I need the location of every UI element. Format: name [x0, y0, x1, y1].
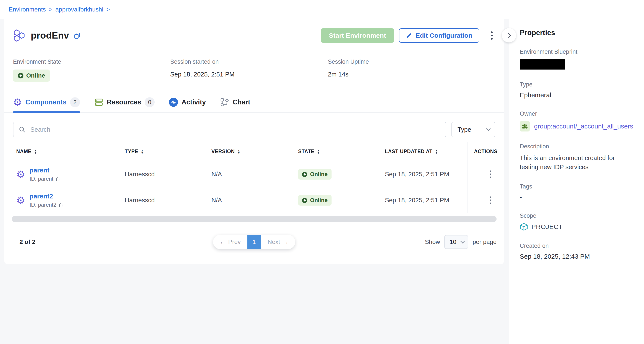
- horizontal-scrollbar: [4, 213, 504, 224]
- component-state-badge: Online: [298, 195, 332, 206]
- blueprint-redacted-value: [520, 59, 565, 69]
- tab-resources[interactable]: Resources 0: [94, 92, 155, 112]
- owner-group-icon: [520, 121, 530, 131]
- page-size-value: 10: [450, 239, 456, 245]
- online-status-icon: [302, 198, 307, 203]
- column-header-type-label: TYPE: [125, 149, 138, 154]
- column-header-actions: ACTIONS: [467, 142, 504, 161]
- copy-environment-name-button[interactable]: [74, 32, 81, 39]
- component-gear-icon: ⚙: [16, 195, 25, 205]
- component-state-badge: Online: [298, 169, 332, 180]
- horizontal-scrollbar-thumb[interactable]: [12, 216, 496, 222]
- created-on-label: Created on: [520, 243, 633, 249]
- breadcrumb-separator-icon: >: [106, 6, 110, 13]
- tab-chart-label: Chart: [233, 98, 250, 106]
- component-version: N/A: [205, 187, 292, 213]
- tab-activity-label: Activity: [182, 98, 206, 106]
- sort-icon: ▲▼: [317, 149, 320, 154]
- tags-value: -: [520, 193, 633, 201]
- pager: ← Prev 1 Next →: [213, 235, 295, 249]
- column-header-actions-label: ACTIONS: [474, 149, 498, 154]
- properties-title: Properties: [520, 28, 633, 37]
- per-page-label: per page: [472, 239, 496, 245]
- prev-page-button[interactable]: ← Prev: [213, 235, 247, 249]
- component-name-link[interactable]: parent: [30, 167, 50, 174]
- breadcrumb-link-environments[interactable]: Environments: [9, 6, 46, 13]
- environment-more-options-button[interactable]: [488, 29, 495, 42]
- page-number-button[interactable]: 1: [247, 235, 261, 249]
- pagination-bar: 2 of 2 ← Prev 1 Next → Show 10 per page: [4, 224, 504, 264]
- environment-hexagon-icon: [13, 29, 26, 42]
- owner-label: Owner: [520, 110, 633, 117]
- edit-configuration-button[interactable]: Edit Configuration: [399, 28, 479, 43]
- arrow-right-icon: →: [283, 239, 289, 245]
- blueprint-label: Environment Blueprint: [520, 48, 633, 55]
- copy-id-icon[interactable]: [58, 202, 64, 208]
- tab-resources-count-badge: 0: [145, 97, 154, 107]
- type-label: Type: [520, 81, 633, 88]
- page-size-dropdown[interactable]: 10: [444, 235, 468, 249]
- prev-page-label: Prev: [228, 239, 241, 245]
- component-state-value: Online: [310, 197, 328, 204]
- column-header-state[interactable]: STATE ▲▼: [292, 142, 378, 161]
- arrow-left-icon: ←: [220, 239, 226, 245]
- owner-group-link[interactable]: group:account/_account_all_users: [534, 123, 633, 130]
- component-gear-icon: ⚙: [16, 169, 25, 179]
- component-name-link[interactable]: parent2: [30, 193, 53, 200]
- component-last-updated: Sep 18, 2025, 2:51 PM: [378, 161, 467, 187]
- row-actions-menu-button[interactable]: [487, 168, 494, 181]
- environment-header: prodEnv Start Environment Edit Configura…: [4, 19, 504, 52]
- search-input[interactable]: [13, 122, 446, 137]
- edit-configuration-label: Edit Configuration: [416, 32, 472, 39]
- column-header-version-label: VERSION: [212, 149, 235, 154]
- scope-value: PROJECT: [532, 223, 563, 231]
- type-filter-dropdown[interactable]: Type: [452, 122, 495, 137]
- component-type: Harnesscd: [118, 187, 205, 213]
- session-started-label: Session started on: [170, 58, 328, 65]
- tab-components-count-badge: 2: [70, 97, 80, 107]
- components-table-header: NAME ▲▼ TYPE ▲▼ VERSION ▲▼ STATE ▲▼ LAST…: [4, 142, 504, 161]
- show-label: Show: [425, 239, 440, 245]
- page-title: prodEnv: [31, 30, 69, 41]
- column-header-name-label: NAME: [16, 149, 32, 154]
- tags-label: Tags: [520, 183, 633, 190]
- activity-pulse-icon: [169, 98, 178, 107]
- environment-detail-card: prodEnv Start Environment Edit Configura…: [4, 19, 504, 264]
- type-value: Ephemeral: [520, 91, 633, 99]
- type-filter-label: Type: [458, 126, 471, 133]
- row-actions-menu-button[interactable]: [487, 194, 494, 207]
- next-page-button[interactable]: Next →: [261, 235, 295, 249]
- table-row: ⚙ parent2 ID: parent2 Harnesscd N/A Onli…: [4, 187, 504, 213]
- column-header-name[interactable]: NAME ▲▼: [4, 142, 118, 161]
- tab-components-label: Components: [25, 98, 66, 106]
- sort-icon: ▲▼: [435, 149, 438, 154]
- tab-chart[interactable]: Chart: [220, 92, 250, 112]
- search-icon: [19, 126, 26, 133]
- column-header-state-label: STATE: [298, 149, 314, 154]
- component-version: N/A: [205, 161, 292, 187]
- collapse-panel-button[interactable]: [502, 28, 516, 42]
- tab-resources-label: Resources: [107, 98, 142, 106]
- start-environment-button[interactable]: Start Environment: [321, 28, 394, 43]
- component-last-updated: Sep 18, 2025, 2:51 PM: [378, 187, 467, 213]
- environment-state-value: Online: [26, 72, 45, 79]
- created-on-value: Sep 18, 2025, 12:43 PM: [520, 253, 633, 260]
- breadcrumb-link-environment[interactable]: approvalforkhushi: [56, 6, 104, 13]
- copy-icon: [74, 32, 81, 39]
- description-value: This is an environment created for testi…: [520, 153, 633, 172]
- table-row: ⚙ parent ID: parent Harnesscd N/A Online…: [4, 161, 504, 187]
- components-gear-icon: ⚙: [13, 97, 22, 107]
- component-state-value: Online: [310, 171, 328, 178]
- copy-id-icon[interactable]: [56, 176, 61, 182]
- chevron-right-icon: [506, 33, 511, 38]
- tab-bar: ⚙ Components 2 Resources 0 Activity: [4, 92, 504, 113]
- tab-activity[interactable]: Activity: [169, 92, 206, 112]
- online-status-icon: [18, 73, 24, 78]
- component-id: ID: parent: [30, 176, 53, 182]
- tab-components[interactable]: ⚙ Components 2: [13, 92, 80, 112]
- column-header-type[interactable]: TYPE ▲▼: [118, 142, 205, 161]
- column-header-last-updated[interactable]: LAST UPDATED AT ▲▼: [378, 142, 467, 161]
- column-header-version[interactable]: VERSION ▲▼: [205, 142, 292, 161]
- sort-icon: ▲▼: [141, 149, 144, 154]
- environment-state-label: Environment State: [13, 58, 170, 65]
